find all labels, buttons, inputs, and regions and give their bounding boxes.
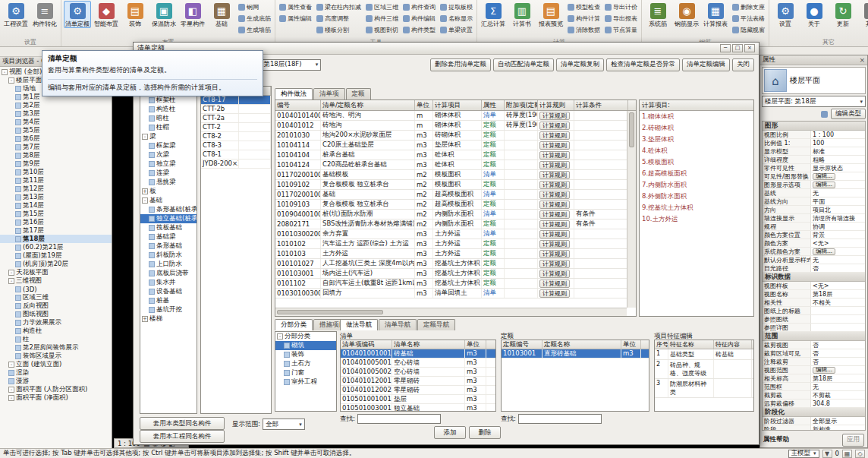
table-row[interactable]: 010103002001余方弃置m3土方外运清单计算规则 — [275, 229, 636, 239]
property-value[interactable]: 新构造 — [811, 425, 865, 431]
ribbon-button[interactable]: ▤报表预览 — [537, 1, 565, 28]
tree-item[interactable]: 第18层 — [0, 235, 112, 243]
calc-item[interactable]: 4.砼体积 — [640, 145, 753, 156]
table-row[interactable]: 010501003001独立基础m3 — [341, 404, 495, 412]
scrollbar-thumb[interactable] — [629, 112, 634, 147]
table-row[interactable]: 010401012砖地沟m砌体体积定额砖厚度(190)计算规则 — [275, 121, 636, 131]
tree-expander-icon[interactable]: - — [8, 270, 14, 276]
calc-rule-button[interactable]: 计算规则 — [539, 112, 570, 120]
calc-rule-button[interactable]: 计算规则 — [539, 161, 570, 169]
table-row[interactable]: 20802171SBS改性沥青防水卷材热熔满铺法m2内侧防水面积定额计算规则有条… — [275, 220, 636, 229]
design-option-select[interactable]: 主模型 ▾ — [788, 450, 819, 458]
tree-expander-icon[interactable]: + — [142, 188, 148, 194]
ribbon-small-button[interactable]: 构件计算 — [566, 13, 602, 24]
ribbon-small-button[interactable]: 平法表格 — [731, 13, 766, 24]
ribbon-button[interactable]: ◧零星构件 — [179, 1, 206, 28]
tree-item[interactable]: 框架柱 — [140, 96, 197, 105]
ribbon-small-button[interactable]: 高度调整 — [315, 13, 363, 24]
property-value[interactable]: 编辑... — [811, 181, 865, 188]
column-header[interactable]: 附加项(定额) — [505, 100, 538, 110]
tree-item[interactable]: 构造柱 — [140, 105, 197, 114]
tab[interactable]: 清单导航 — [379, 319, 417, 330]
tree-item[interactable]: 装饰 — [275, 350, 336, 359]
tree-item[interactable]: (机房顶)第20层 — [0, 260, 112, 268]
calc-rule-button[interactable]: 计算规则 — [539, 131, 570, 140]
calc-rule-button[interactable]: 计算规则 — [539, 151, 570, 160]
edit-type-button[interactable]: 编辑类型 — [831, 109, 866, 119]
calc-item[interactable]: 7.内侧防水面积 — [640, 179, 753, 191]
tree-item[interactable]: 第2层房间装饰展示 — [0, 343, 112, 352]
calc-item[interactable]: 10.土方外运 — [640, 213, 753, 225]
tree-item[interactable]: 第11层 — [0, 176, 112, 185]
tree-item[interactable]: 筏板基础 — [140, 223, 197, 232]
tree-item[interactable]: -梁 — [140, 132, 197, 141]
tree-item[interactable]: 第9层 — [0, 160, 112, 168]
property-group-header[interactable]: 图形 — [763, 122, 865, 131]
column-header[interactable]: 序号 — [655, 340, 668, 349]
calc-item[interactable]: 5.模板面积 — [640, 156, 753, 168]
ribbon-small-button[interactable]: 属性查看 — [278, 2, 313, 13]
table-row[interactable]: 010103001场内运土(汽车运)m3挖基坑土方体积定额计算规则 — [275, 269, 636, 279]
tree-item[interactable]: +楼梯 — [140, 314, 197, 324]
floor-select[interactable]: 第18层(18F)▾ — [260, 59, 321, 71]
ribbon-small-button[interactable]: 区域三维 — [364, 2, 400, 13]
calc-rule-button[interactable]: 计算规则 — [539, 230, 570, 238]
tree-item[interactable]: -立面 (建筑立面) — [0, 360, 112, 368]
tree-expander-icon[interactable]: - — [142, 197, 148, 204]
column-header[interactable]: 清单/定额名称 — [321, 100, 415, 110]
table-row[interactable]: 011702001008基础m2超高模板面积清单计算规则 — [275, 190, 636, 200]
calc-rule-button[interactable]: 计算规则 — [539, 171, 570, 179]
apply-button[interactable]: 应用 — [842, 434, 864, 447]
property-value[interactable]: 否 — [811, 341, 865, 349]
tree-item[interactable]: 上口防水 — [140, 260, 197, 269]
calc-rule-button[interactable]: 计算规则 — [539, 122, 570, 130]
tab[interactable]: 构件做法 — [275, 88, 313, 99]
ribbon-small-button[interactable]: 清除数据 — [566, 24, 602, 36]
property-value[interactable]: <无> — [811, 282, 865, 289]
table-row[interactable]: 10109102复合板模板 独立桩承台m2模板面积定额计算规则 — [275, 180, 636, 190]
table-row[interactable]: 011702001007基础模板m2模板面积清单计算规则 — [275, 170, 636, 180]
close-icon[interactable]: × — [859, 56, 865, 64]
ribbon-small-button[interactable]: 钢网 — [237, 2, 272, 13]
ribbon-button[interactable]: ≡构件转化 — [31, 1, 58, 28]
tree-expander-icon[interactable]: - — [277, 333, 283, 340]
property-value[interactable]: 编辑... — [811, 248, 865, 255]
tree-item[interactable]: 连梁 — [140, 169, 197, 178]
property-group-header[interactable]: 标识数据 — [763, 273, 865, 282]
tree-item[interactable]: 反向视图 — [0, 302, 112, 310]
table-row[interactable]: JYD8-200×300 — [201, 160, 271, 169]
property-value[interactable]: 304.8 — [811, 400, 865, 407]
instance-select[interactable]: 楼层平面: 第18层 ▾ — [762, 96, 866, 107]
property-value[interactable]: 背景 — [811, 231, 865, 238]
table-row[interactable]: 10109103复合板模板 独立桩承台m2超高模板面积定额计算规则 — [275, 200, 636, 210]
table-row[interactable]: 010401005001空心砖墙m3 — [341, 359, 495, 368]
calc-rule-button[interactable]: 计算规则 — [539, 220, 570, 229]
tree-item[interactable]: 桩基 — [140, 296, 197, 305]
ribbon-button[interactable]: ≣系统筋 — [644, 1, 671, 28]
tree-item[interactable]: 第3层 — [0, 109, 112, 118]
ribbon-button[interactable]: ◉钢筋显示 — [673, 1, 700, 28]
column-header[interactable]: 属性 — [482, 100, 505, 110]
tree-item[interactable]: 第4层 — [0, 118, 112, 126]
table-row[interactable]: 010101027人工挖基坑(三类土 深度4m以内)m3挖基坑土方体积定额计算规… — [275, 259, 636, 269]
column-header[interactable]: 清单项编码 — [341, 340, 392, 349]
close-icon[interactable]: × — [744, 44, 755, 52]
properties-help-link[interactable]: 属性帮助 — [763, 435, 789, 444]
table-row[interactable]: 0101102自卸汽车运土(载重8t 运距1km以内)m3挖基坑土方体积定额计算… — [275, 279, 636, 289]
ribbon-button[interactable]: ●关于 — [800, 1, 828, 28]
ribbon-small-button[interactable]: 视图剖切 — [364, 24, 400, 36]
property-value[interactable]: 平面 — [811, 197, 865, 205]
ribbon-button[interactable]: ▤装饰 — [121, 1, 149, 28]
tree-expander-icon[interactable]: - — [2, 69, 8, 75]
property-value[interactable]: 否 — [811, 264, 865, 272]
calc-rule-button[interactable]: 计算规则 — [539, 181, 570, 189]
minimize-icon[interactable]: ─ — [720, 44, 731, 52]
tree-item[interactable]: (60.2)第21层 — [0, 243, 112, 251]
tree-item[interactable]: -分部分类 — [275, 332, 336, 341]
ribbon-small-button[interactable]: 生成墙筋 — [237, 24, 272, 36]
tree-item[interactable]: 第14层 — [0, 201, 112, 210]
tree-item[interactable]: -天花板平面 — [0, 268, 112, 276]
calc-item[interactable]: 2.砖砌体积 — [640, 122, 753, 134]
property-value[interactable]: 不相关 — [811, 298, 865, 306]
tree-item[interactable]: 砌筑 — [275, 341, 336, 350]
